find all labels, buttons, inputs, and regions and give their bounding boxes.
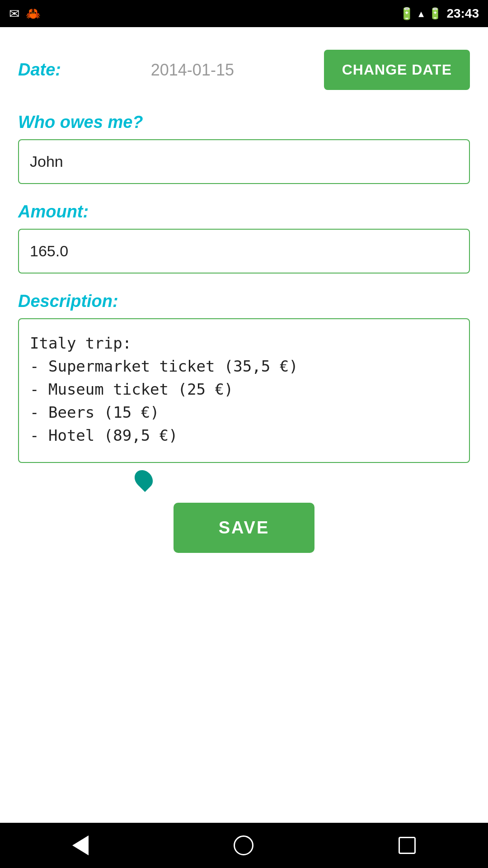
who-owes-input[interactable]	[18, 139, 470, 184]
text-cursor-indicator	[131, 467, 157, 492]
nav-back-button[interactable]	[72, 835, 89, 855]
save-button[interactable]: SAVE	[174, 503, 315, 553]
date-label: Date:	[18, 60, 61, 80]
main-content: Date: 2014-01-15 CHANGE DATE Who owes me…	[0, 27, 488, 823]
status-time: 23:43	[446, 6, 479, 21]
description-textarea[interactable]: Italy trip: - Supermarket ticket (35,5 €…	[18, 318, 470, 463]
battery-icon: 🔋	[428, 7, 442, 20]
status-bar-left: ✉ 🦀	[9, 6, 40, 21]
amount-label: Amount:	[18, 202, 470, 222]
date-value: 2014-01-15	[61, 61, 324, 80]
android-icon: 🦀	[26, 7, 40, 21]
status-bar: ✉ 🦀 🔋 ▴ 🔋 23:43	[0, 0, 488, 27]
amount-input[interactable]	[18, 229, 470, 274]
nav-bar	[0, 823, 488, 868]
signal-icon: ▴	[418, 7, 424, 20]
change-date-button[interactable]: CHANGE DATE	[324, 50, 470, 90]
who-owes-label: Who owes me?	[18, 113, 470, 132]
description-label: Description:	[18, 292, 470, 311]
save-button-wrapper: SAVE	[18, 503, 470, 553]
nav-recents-button[interactable]	[399, 837, 416, 854]
vibrate-icon: 🔋	[399, 7, 414, 21]
date-row: Date: 2014-01-15 CHANGE DATE	[18, 50, 470, 90]
status-bar-right: 🔋 ▴ 🔋 23:43	[399, 6, 479, 21]
gmail-icon: ✉	[9, 6, 19, 21]
nav-home-button[interactable]	[234, 835, 253, 855]
